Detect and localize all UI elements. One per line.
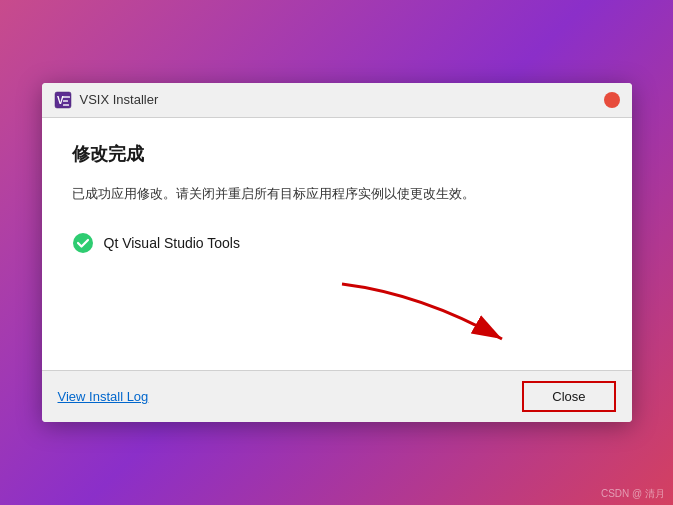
watermark: CSDN @ 清月 bbox=[601, 487, 665, 501]
window-title: VSIX Installer bbox=[80, 92, 159, 107]
arrow-area bbox=[72, 274, 602, 354]
main-content: 修改完成 已成功应用修改。请关闭并重启所有目标应用程序实例以使更改生效。 Qt … bbox=[42, 118, 632, 371]
title-bar-left: V VSIX Installer bbox=[54, 91, 159, 109]
arrow-icon bbox=[322, 274, 522, 354]
svg-rect-3 bbox=[63, 100, 68, 102]
main-title: 修改完成 bbox=[72, 142, 602, 166]
app-icon: V bbox=[54, 91, 72, 109]
view-install-log-button[interactable]: View Install Log bbox=[58, 389, 149, 404]
svg-point-5 bbox=[73, 233, 93, 253]
title-bar: V VSIX Installer bbox=[42, 83, 632, 118]
svg-rect-4 bbox=[63, 104, 69, 106]
footer: View Install Log Close bbox=[42, 370, 632, 422]
svg-rect-2 bbox=[63, 96, 70, 98]
close-button[interactable]: Close bbox=[522, 381, 615, 412]
check-icon bbox=[72, 232, 94, 254]
svg-text:V: V bbox=[57, 95, 64, 106]
window-close-button[interactable] bbox=[604, 92, 620, 108]
vsix-installer-window: V VSIX Installer 修改完成 已成功应用修改。请关闭并重启所有目标… bbox=[42, 83, 632, 423]
description-text: 已成功应用修改。请关闭并重启所有目标应用程序实例以使更改生效。 bbox=[72, 184, 552, 205]
package-item: Qt Visual Studio Tools bbox=[72, 232, 602, 254]
package-name: Qt Visual Studio Tools bbox=[104, 235, 240, 251]
